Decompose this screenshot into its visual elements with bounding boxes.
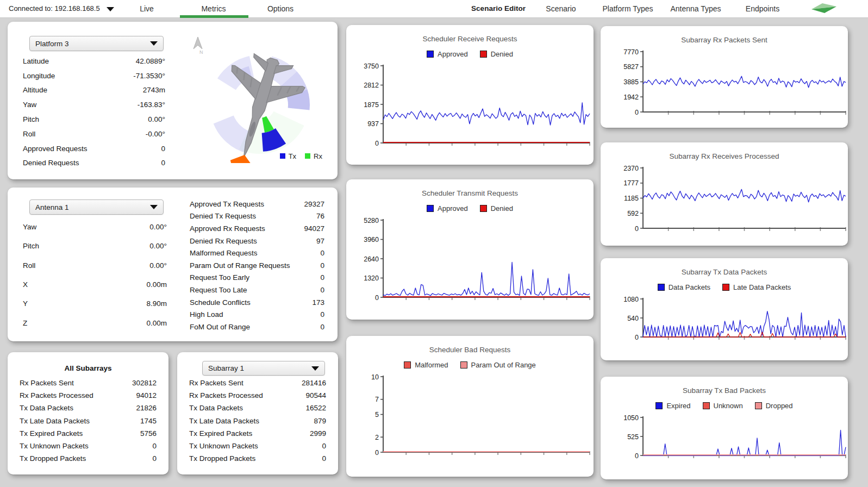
- stat-row: Approved Requests0: [23, 141, 165, 156]
- stat-row: Request Too Early0: [190, 272, 324, 284]
- antenna-select[interactable]: Antenna 1: [29, 199, 164, 215]
- chart-legend: ApprovedDenied: [346, 50, 594, 58]
- stat-value: 94027: [304, 224, 324, 233]
- stat-label: Tx Unknown Packets: [20, 442, 89, 450]
- stat-value: 173: [312, 298, 324, 307]
- stat-label: Yaw: [23, 223, 36, 231]
- stat-value: 0: [152, 442, 157, 450]
- stat-row: Z0.00m: [23, 313, 167, 332]
- stat-label: Tx Late Data Packets: [20, 417, 90, 425]
- legend-swatch: [460, 361, 467, 369]
- stat-value: 0: [320, 249, 324, 257]
- stat-value: 0.00°: [149, 223, 167, 231]
- legend-label: Unknown: [714, 402, 743, 410]
- stat-row: Roll0.00°: [23, 256, 167, 275]
- stat-label: Tx Dropped Packets: [20, 454, 86, 463]
- stat-value: 90544: [305, 391, 326, 399]
- legend-label: Denied: [491, 50, 513, 58]
- legend-item: Data Packets: [658, 283, 710, 291]
- svg-text:N: N: [199, 49, 203, 55]
- legend-label: Denied: [491, 204, 513, 213]
- stat-row: Approved Rx Requests94027: [190, 222, 324, 235]
- stat-row: Tx Dropped Packets0: [189, 452, 326, 465]
- chart-svg: 3750281218759370: [348, 63, 595, 148]
- chart-svg: 107520: [348, 373, 595, 458]
- chart-svg: 77705827388519420: [602, 48, 850, 117]
- top-nav: Connected to: 192.168.168.5 Live Metrics…: [0, 0, 868, 18]
- nav-item-scenario[interactable]: Scenario: [546, 0, 576, 17]
- chart-title: Subarray Rx Receives Processed: [601, 152, 848, 160]
- nav-item-endpoints[interactable]: Endpoints: [746, 0, 779, 17]
- legend-swatch: [658, 284, 665, 291]
- stat-row: Latitude42.0889°: [23, 54, 165, 68]
- stat-value: 42.0889°: [136, 57, 165, 65]
- legend-item: Malformed: [404, 361, 448, 369]
- tab-options[interactable]: Options: [267, 0, 294, 17]
- launch-arrow-icon[interactable]: [810, 2, 838, 17]
- stat-row: Schedule Conflicts173: [190, 296, 324, 309]
- y-tick-label: 1320: [364, 274, 379, 282]
- stat-row: Yaw-163.83°: [23, 97, 165, 112]
- subarray-panel: Subarray 1 Rx Packets Sent281416Rx Packe…: [177, 352, 338, 474]
- stat-value: -0.00°: [146, 130, 165, 138]
- stat-label: X: [23, 280, 28, 289]
- stat-label: Y: [23, 299, 28, 308]
- tx-swatch: [280, 153, 285, 159]
- platform-visualization: N: [182, 28, 336, 163]
- stat-label: Schedule Conflicts: [190, 298, 251, 307]
- chevron-down-icon: [311, 366, 319, 371]
- legend-swatch: [427, 205, 434, 212]
- legend-item: Param Out of Range: [460, 361, 536, 369]
- legend-swatch: [655, 402, 663, 409]
- stat-row: Tx Late Data Packets879: [189, 415, 326, 427]
- connection-dropdown[interactable]: Connected to: 192.168.168.5: [9, 0, 100, 17]
- y-tick-label: 1777: [623, 179, 639, 187]
- stat-label: Pitch: [23, 242, 39, 250]
- platform-select[interactable]: Platform 3: [29, 36, 164, 51]
- nav-item-antenna-types[interactable]: Antenna Types: [670, 0, 721, 17]
- legend-label: Data Packets: [669, 283, 710, 291]
- stat-value: 21826: [136, 404, 157, 412]
- stat-row: Param Out of Range Requests0: [190, 259, 324, 272]
- chart-title: Scheduler Transmit Requests: [346, 189, 594, 197]
- legend-item: Expired: [655, 402, 690, 410]
- stat-label: Tx Expired Packets: [189, 429, 252, 438]
- chart-legend: ApprovedDenied: [346, 204, 594, 213]
- stat-label: Rx Packets Processed: [20, 391, 93, 399]
- stat-value: 5756: [140, 429, 157, 438]
- legend-swatch: [480, 205, 487, 212]
- stat-label: Longitude: [23, 72, 55, 80]
- stat-row: Rx Packets Sent281416: [189, 377, 326, 389]
- nav-item-platform-types[interactable]: Platform Types: [602, 0, 653, 17]
- rx-swatch: [305, 153, 310, 159]
- stat-row: Roll-0.00°: [23, 127, 165, 141]
- nav-item-scenario-editor[interactable]: Scenario Editor: [471, 0, 526, 17]
- legend-item: Approved: [427, 50, 468, 58]
- stat-label: Tx Dropped Packets: [189, 454, 255, 463]
- stat-row: Denied Rx Requests97: [190, 235, 324, 247]
- series-line-data-packets: [643, 311, 846, 337]
- y-tick-label: 1942: [623, 93, 639, 101]
- chart-scheduler-transmit-requests: Scheduler Transmit Requests ApprovedDeni…: [346, 179, 594, 320]
- stat-label: Tx Data Packets: [189, 404, 243, 412]
- chevron-down-icon: [150, 205, 158, 209]
- y-tick-label: 5827: [623, 63, 639, 71]
- stat-value: 1745: [140, 417, 157, 425]
- stat-row: Rx Packets Processed94012: [20, 389, 157, 402]
- chart-title: Subarray Tx Data Packets: [601, 268, 848, 276]
- series-line-rx-packets-sent: [643, 76, 846, 88]
- y-tick-label: 592: [627, 210, 639, 217]
- chart-plot: 3750281218759370: [346, 63, 594, 151]
- stat-row: High Load0: [190, 308, 324, 321]
- stat-label: Pitch: [23, 115, 39, 123]
- stat-label: Denied Tx Requests: [190, 212, 256, 220]
- antenna-orientation-stats: Yaw0.00°Pitch0.00°Roll0.00°X0.00mY8.90mZ…: [23, 217, 167, 333]
- stat-value: 0.00°: [149, 261, 167, 270]
- stat-value: 29327: [304, 200, 324, 208]
- stat-value: 0: [322, 454, 326, 463]
- stat-value: 0: [320, 261, 324, 270]
- subarray-select[interactable]: Subarray 1: [202, 361, 325, 376]
- stat-label: Yaw: [23, 101, 36, 109]
- legend-item: Denied: [480, 204, 513, 213]
- tab-live[interactable]: Live: [140, 0, 154, 17]
